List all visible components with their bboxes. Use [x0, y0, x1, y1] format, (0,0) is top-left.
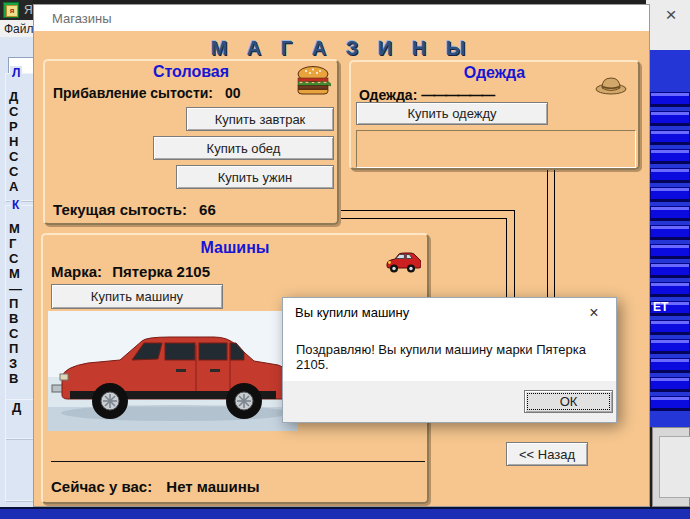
buy-car-button[interactable]: Купить машину — [51, 284, 223, 309]
owned-car-label: Сейчас у вас: — [51, 478, 152, 495]
blue-key-button[interactable] — [650, 92, 690, 107]
blue-key-button[interactable] — [650, 282, 690, 297]
blue-key-button[interactable] — [650, 206, 690, 221]
current-satiety-value: 66 — [199, 201, 216, 218]
clothes-display-frame — [356, 130, 636, 168]
canteen-title: Столовая — [45, 63, 337, 81]
clipped-list-item: С — [9, 104, 33, 119]
background-window-bottom-edge — [0, 507, 690, 519]
brand-label: Марка: — [51, 263, 102, 280]
connector-line — [341, 210, 515, 211]
clothes-panel: Одежда Одежда: —————— Купить одежду — [349, 60, 640, 170]
owned-car-value: Нет машины — [166, 478, 259, 495]
menu-item-file[interactable]: Файл — [0, 20, 33, 37]
clipped-list-item: В — [9, 371, 33, 386]
background-window-title: Я — [24, 3, 33, 17]
ok-button[interactable]: ОК — [524, 390, 613, 413]
background-form-body: ЛДСРНССАКМГСМ—ПВСПЗВД — [0, 37, 33, 507]
shops-window: Магазины М А Г А З И Н Ы Столовая — [33, 4, 650, 507]
blue-key-button[interactable] — [650, 377, 690, 392]
satiety-gain-value: 00 — [225, 85, 241, 101]
clipped-list-item: Р — [9, 119, 33, 134]
clipped-list-item: С — [9, 251, 33, 266]
car-photo — [48, 311, 298, 431]
window-title: Магазины — [52, 11, 112, 26]
background-window-right: × ЕТ — [646, 0, 690, 519]
clipped-list-item: С — [9, 149, 33, 164]
buy-lunch-button[interactable]: Купить обед — [153, 136, 334, 160]
shops-form: М А Г А З И Н Ы Столовая — [34, 31, 649, 506]
clipped-list-item: Г — [9, 236, 33, 251]
key-column: ЕТ — [646, 50, 690, 427]
clipped-list-item: М — [9, 266, 33, 281]
titlebar[interactable]: Магазины — [34, 5, 649, 31]
burger-icon — [295, 65, 331, 95]
hat-icon — [594, 72, 628, 96]
message-dialog: Вы купили машину × Поздравляю! Вы купили… — [282, 297, 617, 423]
background-window-left: я Я Файл ЛДСРНССАКМГСМ—ПВСПЗВД — [0, 0, 33, 519]
clipped-group-label: К — [10, 198, 21, 212]
current-satiety-label: Текущая сытость: — [53, 201, 187, 218]
clipped-gray-frame — [652, 427, 690, 507]
blue-key-button[interactable] — [650, 149, 690, 164]
app-icon: я — [3, 2, 19, 18]
dialog-title: Вы купили машину — [295, 305, 409, 320]
blue-key-button[interactable] — [650, 263, 690, 278]
clipped-list-item: З — [9, 356, 33, 371]
blue-key-button[interactable] — [650, 187, 690, 202]
clipped-list-item: П — [9, 341, 33, 356]
background-titlebar-right: × — [646, 0, 690, 50]
blue-key-button[interactable]: ЕТ — [650, 301, 690, 316]
screen: я Я Файл ЛДСРНССАКМГСМ—ПВСПЗВД × ЕТ Мага… — [0, 0, 690, 519]
brand-value: Пятерка 2105 — [112, 263, 210, 280]
clipped-list-item: Н — [9, 134, 33, 149]
buy-breakfast-button[interactable]: Купить завтрак — [186, 107, 334, 131]
blue-key-button[interactable] — [650, 396, 690, 411]
car-icon — [383, 247, 421, 275]
blue-key-button[interactable] — [650, 168, 690, 183]
divider-line — [51, 461, 425, 462]
cars-title: Машины — [43, 239, 427, 257]
clipped-list-item: Д — [9, 89, 33, 104]
clothes-value: —————— — [421, 87, 493, 103]
clipped-list-item: А — [9, 179, 33, 194]
clipped-list-item: — — [9, 281, 33, 296]
dialog-close-icon[interactable]: × — [572, 298, 616, 328]
blue-key-button[interactable] — [650, 244, 690, 259]
dialog-footer: ОК — [283, 381, 616, 422]
clipped-list-item: С — [9, 164, 33, 179]
clipped-list-item: В — [9, 311, 33, 326]
dialog-message: Поздравляю! Вы купили машину марки Пятер… — [296, 342, 604, 372]
clipped-group-label: Л — [10, 66, 22, 80]
clipped-group-label: Д — [10, 400, 23, 415]
buy-dinner-button[interactable]: Купить ужин — [176, 165, 334, 189]
clipped-list-item: С — [9, 326, 33, 341]
buy-clothes-button[interactable]: Купить одежду — [356, 102, 548, 125]
clipped-list-item: М — [9, 221, 33, 236]
close-icon[interactable]: × — [658, 2, 684, 28]
blue-key-button[interactable] — [650, 339, 690, 354]
blue-key-button[interactable] — [650, 130, 690, 145]
canteen-panel: Столовая Прибавление сытости: 00 Купить … — [43, 59, 339, 225]
clothes-label: Одежда: — [359, 87, 417, 103]
clipped-list-item: П — [9, 296, 33, 311]
page-title: М А Г А З И Н Ы — [34, 37, 649, 60]
back-button[interactable]: << Назад — [506, 442, 588, 466]
blue-key-button[interactable] — [650, 111, 690, 126]
blue-key-button[interactable] — [650, 225, 690, 240]
blue-key-button[interactable] — [650, 358, 690, 373]
blue-key-button[interactable] — [650, 320, 690, 335]
connector-line — [341, 218, 507, 219]
satiety-gain-label: Прибавление сытости: — [53, 85, 213, 101]
